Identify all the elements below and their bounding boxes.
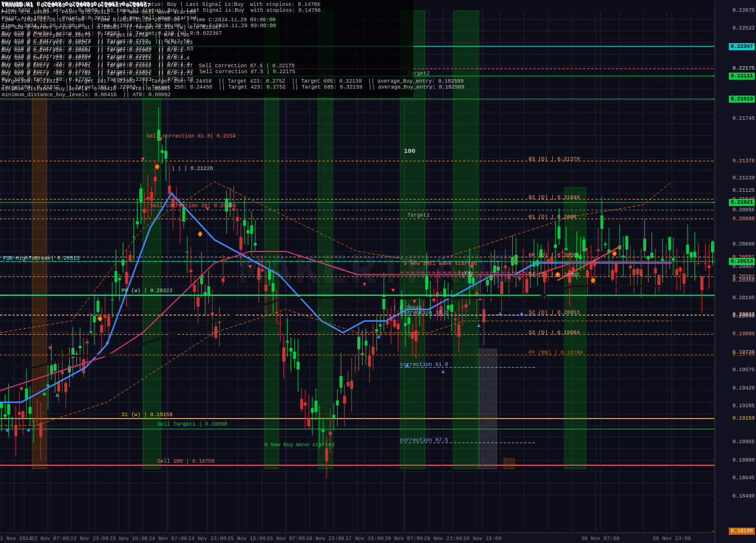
chart-container: Line:3492 | h1_atr_c0: 0.0009 | h1_tema_…	[0, 0, 756, 543]
time-label: 26 Nov 07:00	[267, 536, 305, 542]
price-label: 0.18955	[732, 439, 755, 445]
price-label: 0.21745	[732, 116, 755, 122]
watermark: MAKERTRADE	[239, 247, 517, 296]
time-label: 30 Nov 07:00	[581, 536, 620, 542]
price-label: 0.22175	[732, 66, 755, 71]
price-label: 0.19575	[732, 367, 755, 373]
price-label: 0.21125	[732, 188, 755, 194]
price-label: 0.19159	[732, 416, 755, 421]
price-label: 0.22111	[729, 73, 755, 80]
price-label: 0.18800	[732, 457, 755, 463]
price-label: 0.21228	[732, 175, 755, 181]
price-label: 0.20040	[732, 313, 755, 319]
time-label: 22 Nov 07:00	[31, 536, 69, 542]
time-label: 29 Nov 15:00	[463, 536, 501, 542]
price-label: 0.19420	[732, 385, 755, 391]
price-label: 0.21378	[732, 158, 755, 164]
price-label: 0.18188	[729, 528, 755, 535]
time-label: 30 Nov 23:00	[653, 536, 691, 542]
time-label: 26 Nov 23:00	[306, 536, 344, 542]
time-label: 28 Nov 07:00	[384, 536, 423, 542]
price-label: 0.22675	[732, 8, 755, 14]
price-label: 0.20467	[732, 264, 755, 270]
time-label: 23 Nov 15:00	[109, 536, 148, 542]
time-label: 25 Nov 15:00	[227, 536, 266, 542]
info-block: Line:3492 | h1_atr_c0: 0.0009 | h1_tema_…	[1, 1, 464, 93]
price-label: 0.20956	[732, 207, 755, 213]
price-label: 0.22522	[732, 25, 755, 31]
price-label: 0.21021	[729, 199, 755, 206]
price-label: 0.19265	[732, 403, 755, 409]
price-label: 0.19708	[732, 352, 755, 358]
price-label: 0.20195	[732, 295, 755, 301]
time-label: 22 Nov 23:00	[70, 536, 109, 542]
price-label: 0.18490	[732, 493, 755, 499]
price-axis: 0.226750.225220.223670.221750.221110.219…	[715, 0, 756, 543]
price-label: 0.20350	[732, 277, 755, 283]
time-axis: 21 Nov 202422 Nov 07:0022 Nov 23:0023 No…	[0, 532, 715, 543]
time-label: 27 Nov 15:00	[346, 536, 384, 542]
time-label: 28 Nov 23:00	[424, 536, 462, 542]
time-label: 24 Nov 23:00	[188, 536, 226, 542]
price-label: 0.20660	[732, 241, 755, 247]
price-label: 0.19885	[732, 331, 755, 337]
price-label: 0.22367	[729, 43, 755, 50]
price-label: 0.21913	[729, 96, 755, 103]
time-label: 24 Nov 07:00	[149, 536, 187, 542]
time-label: 21 Nov 2024	[0, 536, 32, 542]
price-label: 0.20880	[732, 216, 755, 222]
price-label: 0.18645	[732, 475, 755, 481]
